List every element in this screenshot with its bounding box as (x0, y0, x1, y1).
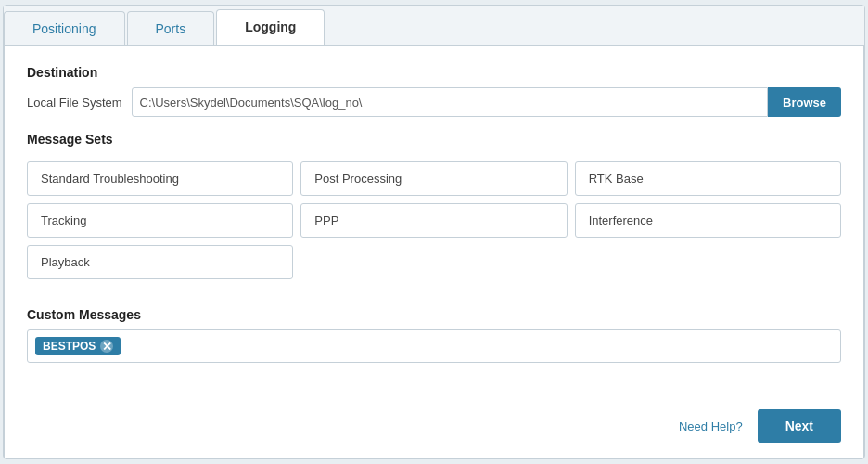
file-path-input[interactable] (132, 87, 768, 117)
tab-content: Destination Local File System Browse Mes… (4, 46, 864, 458)
message-set-tracking[interactable]: Tracking (27, 203, 293, 238)
need-help-link[interactable]: Need Help? (679, 419, 743, 433)
message-set-interference[interactable]: Interference (575, 203, 841, 238)
custom-messages-section-label: Custom Messages (27, 307, 841, 322)
message-sets-section-label: Message Sets (27, 132, 841, 147)
message-sets-grid: Standard Troubleshooting Post Processing… (27, 161, 841, 279)
tab-bar: Positioning Ports Logging (4, 6, 864, 46)
next-button[interactable]: Next (758, 409, 841, 443)
message-set-rtk-base[interactable]: RTK Base (575, 161, 841, 196)
message-set-playback[interactable]: Playback (27, 245, 293, 279)
destination-row: Local File System Browse (27, 87, 841, 117)
message-set-standard-troubleshooting[interactable]: Standard Troubleshooting (27, 161, 293, 196)
footer: Need Help? Next (27, 402, 841, 443)
main-container: Positioning Ports Logging Destination Lo… (3, 5, 865, 459)
tab-logging[interactable]: Logging (216, 9, 325, 45)
message-set-post-processing[interactable]: Post Processing (300, 161, 567, 196)
tab-positioning[interactable]: Positioning (4, 11, 125, 45)
destination-section-label: Destination (27, 65, 841, 80)
custom-message-tag-bestpos: BESTPOS ✕ (35, 337, 121, 355)
custom-messages-input-area[interactable]: BESTPOS ✕ (27, 329, 841, 363)
remove-tag-bestpos-button[interactable]: ✕ (100, 340, 113, 353)
browse-button[interactable]: Browse (768, 87, 841, 117)
local-file-system-label: Local File System (27, 96, 122, 110)
tab-ports[interactable]: Ports (127, 11, 215, 45)
message-set-ppp[interactable]: PPP (300, 203, 567, 238)
